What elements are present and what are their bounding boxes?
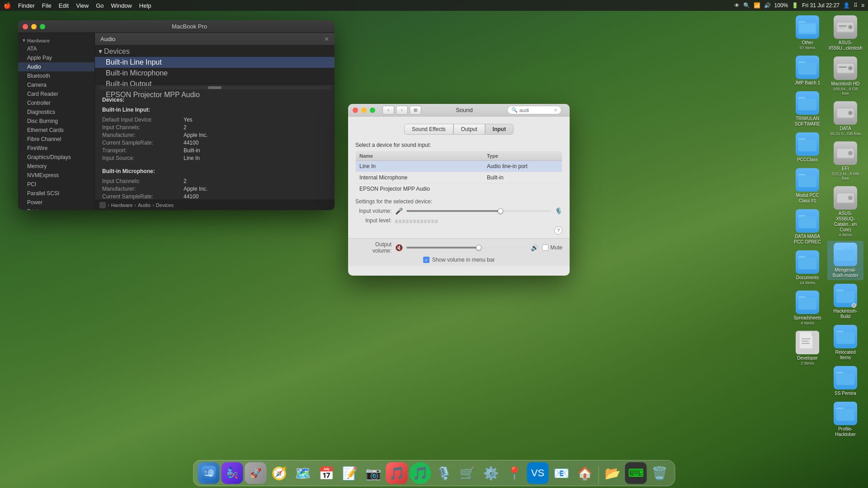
go-menu[interactable]: Go [96,2,104,9]
vol-full-icon[interactable]: 🔊 [531,244,538,251]
dock-podcast[interactable]: 🎙️ [433,462,455,484]
edit-menu[interactable]: Edit [59,2,69,9]
dock-files[interactable]: 📂 [602,462,623,484]
nav-firewire[interactable]: FireWire [18,144,94,153]
nav-power[interactable]: Power [18,198,94,207]
back-button[interactable]: ‹ [382,106,394,115]
tab-sound-effects[interactable]: Sound Effects [404,124,453,135]
nav-ata[interactable]: ATA [18,44,94,53]
dock-airmail[interactable]: 🏠 [574,462,596,484]
volume-icon[interactable]: 🔊 [764,2,771,9]
desktop-icon-pccclass[interactable]: PCCClass [789,131,826,164]
desktop-icon-mac-hd[interactable]: Macintosh HD 168,64...9 GB free [827,55,863,98]
nav-parallelscsi[interactable]: Parallel SCSI [18,189,94,198]
nav-pci[interactable]: PCI [18,180,94,189]
dock-calendar[interactable]: 📅 [316,462,337,484]
apple-menu[interactable]: 🍎 [4,2,11,9]
desktop-icon-documents[interactable]: Documents 14 Items [789,249,826,287]
dock-appstore[interactable]: 🛒 [457,462,478,484]
dock-mail[interactable]: 📧 [551,462,572,484]
nav-discburning[interactable]: Disc Burning [18,117,94,126]
nav-bluetooth[interactable]: Bluetooth [18,71,94,80]
vol-mute-icon[interactable]: 🔇 [395,244,403,251]
breadcrumb-audio[interactable]: Audio [138,202,151,208]
dock-maps[interactable]: 🗺️ [292,462,314,484]
mic-full-icon[interactable]: 🎙️ [555,207,562,215]
desktop-icon-sspemira[interactable]: SS Pemira [827,364,863,398]
breadcrumb-hardware[interactable]: Hardware [111,202,133,208]
minimize-button[interactable] [31,24,37,29]
dock-spotify[interactable]: 🎵 [410,462,431,484]
grid-button[interactable]: ⊞ [410,106,421,115]
mute-checkbox[interactable] [542,244,548,251]
devices-tree-header[interactable]: ▾ Devices [95,46,335,57]
show-volume-checkbox[interactable]: ✓ [423,257,429,263]
sound-close-button[interactable] [353,108,358,113]
nav-applepay[interactable]: Apple Pay [18,53,94,62]
mic-mute-icon[interactable]: 🎤 [395,207,403,215]
dock-finder[interactable] [198,462,220,484]
output-volume-slider[interactable] [406,247,527,249]
desktop-icon-profile-hacktober[interactable]: Profile-Hacktober [827,400,863,439]
nav-diagnostics[interactable]: Diagnostics [18,108,94,117]
dock-itunes[interactable]: 🎵 [386,462,408,484]
help-button[interactable]: ? [554,226,562,235]
window-menu[interactable]: Window [111,2,132,9]
nav-graphics[interactable]: Graphics/Displays [18,153,94,162]
hardware-section-header[interactable]: ▾ Hardware [18,36,94,44]
input-volume-thumb[interactable] [498,208,503,214]
help-menu[interactable]: Help [139,2,151,9]
dock-terminal[interactable]: ⌨ [625,462,647,484]
finder-menu[interactable]: Finder [18,2,35,9]
desktop-icon-asus-catalin[interactable]: ASUS-X556UQ-Catalin...en Core) 4 Items [827,184,863,239]
close-button[interactable] [23,24,28,29]
desktop-icon-jmp[interactable]: JMP Batch 1 [789,54,826,88]
dock-notes[interactable]: 📝 [339,462,361,484]
audio-close-icon[interactable]: ✕ [324,36,329,42]
tab-input[interactable]: Input [485,124,514,135]
nav-fibre[interactable]: Fibre Channel [18,135,94,144]
desktop-icon-other[interactable]: Other 97 Items [789,14,826,52]
screen-time-icon[interactable]: 👁 [734,2,740,9]
dock-siri[interactable]: 🧞 [222,462,243,484]
device-row-linein[interactable]: Line In Audio line-in port [356,161,562,172]
devices-scrollbar[interactable] [99,86,331,89]
desktop-icon-triwulan[interactable]: TRIWULAN SOFTWARE [789,89,826,129]
wifi-icon[interactable]: 📶 [754,2,760,9]
desktop-icon-spreadsheets[interactable]: Spreadsheets 4 Items [789,289,826,327]
mute-checkbox-area[interactable]: Mute [542,244,562,251]
dock-photos[interactable]: 📷 [363,462,384,484]
desktop-icon-datamaba[interactable]: DATA MABA PCC OPREC [789,207,826,247]
nav-camera[interactable]: Camera [18,80,94,89]
maximize-button[interactable] [40,24,45,29]
user-avatar[interactable]: 👤 [843,2,850,9]
sound-maximize-button[interactable] [370,108,375,113]
notifications-icon[interactable]: ≡ [861,2,864,9]
tab-output[interactable]: Output [453,124,485,135]
controlcenter-icon[interactable]: ⠿ [854,2,858,9]
nav-ethernet[interactable]: Ethernet Cards [18,126,94,135]
nav-cardreader[interactable]: Card Reader [18,89,94,99]
spotlight-icon[interactable]: 🔍 [743,2,750,9]
device-builtin-line[interactable]: Built-in Line Input [95,57,335,68]
file-menu[interactable]: File [42,2,52,9]
dock-trash[interactable]: 🗑️ [649,462,670,484]
desktop-icon-efi[interactable]: EFI 523,2 M...8 MB free [827,140,863,183]
dock-safari[interactable]: 🧭 [269,462,290,484]
desktop-icon-data-hdd[interactable]: DATA 36,31 0...GB free [827,99,863,138]
device-row-epson[interactable]: EPSON Projector MPP Audio [356,183,562,195]
dock-sysprefs[interactable]: ⚙️ [480,462,502,484]
output-volume-thumb[interactable] [476,245,481,250]
dock-maps2[interactable]: 📍 [504,462,525,484]
forward-button[interactable]: › [396,106,408,115]
desktop-icon-developer[interactable]: Developer 2 Items [789,329,826,367]
nav-audio[interactable]: Audio [18,62,94,71]
desktop-icon-hackintosh[interactable]: Hackintosh-Build [827,282,863,321]
breadcrumb-devices[interactable]: Devices [156,202,174,208]
device-row-internal-mic[interactable]: Internal Microphone Built-in [356,172,562,183]
device-builtin-mic[interactable]: Built-in Microphone [95,68,335,79]
search-clear-icon[interactable]: ✕ [554,108,557,113]
desktop-icon-relocated[interactable]: Relocated Items [827,323,863,362]
nav-printers[interactable]: Printers [18,207,94,210]
nav-memory[interactable]: Memory [18,162,94,171]
